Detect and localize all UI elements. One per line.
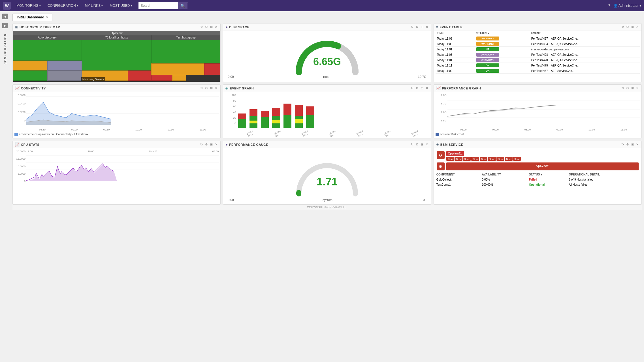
bsm-table-row[interactable]: GoldCollect... 0.00% Failed 8 of 9 Host(… bbox=[435, 177, 640, 182]
event-table-row[interactable]: Today 11:00 WARNING PerfTest4403 :: AEF-… bbox=[436, 41, 640, 47]
bsm-status: Failed bbox=[528, 177, 568, 182]
perf-gauge-gear-btn[interactable]: ⚙ bbox=[415, 142, 419, 147]
perf-gauge-close-btn[interactable]: ✕ bbox=[425, 142, 429, 147]
bsm-service-tag[interactable]: fs-... bbox=[488, 157, 496, 161]
perf-graph-close-btn[interactable]: ✕ bbox=[636, 86, 639, 90]
treemap-gear-btn[interactable] bbox=[204, 25, 208, 29]
event-graph-close-btn[interactable]: ✕ bbox=[425, 86, 429, 90]
bsm-link-btn[interactable]: ⊞ bbox=[631, 142, 634, 147]
connectivity-icon: 📈 bbox=[15, 86, 20, 90]
tab-initial-dashboard[interactable]: Initial Dashboard ✕ bbox=[12, 14, 52, 21]
event-gear-btn[interactable]: ⚙ bbox=[626, 25, 630, 29]
widget-header-treemap: ⊞ HOST GROUP TREE MAP bbox=[13, 23, 220, 31]
event-event: image-builder.os.opsview.com bbox=[530, 47, 640, 52]
perf-gauge-body: 1.71 0.00 system 100 bbox=[223, 148, 431, 204]
disk-close-btn[interactable]: ✕ bbox=[425, 25, 429, 29]
bsm-service-tag[interactable]: fs-... bbox=[463, 157, 471, 161]
eg-x1: 26 Nov05:... bbox=[246, 130, 255, 138]
bsm-gear-btn[interactable]: ⚙ bbox=[626, 142, 630, 147]
connectivity-refresh-btn[interactable]: ↻ bbox=[200, 86, 203, 90]
treemap-body: Opsview Auto-discovery 75 localhost host… bbox=[13, 31, 220, 82]
search-button[interactable]: 🔍 bbox=[178, 2, 187, 9]
event-table-row[interactable]: Today 11:09 OK PerfTest4467 :: AEF-Servi… bbox=[436, 68, 640, 74]
logo[interactable]: W bbox=[3, 2, 11, 10]
nav-my-links[interactable]: MY LINKS ▾ bbox=[82, 0, 106, 11]
bsm-service-tag[interactable]: fs-... bbox=[513, 157, 521, 161]
disk-gauge-svg: 6.65G bbox=[293, 35, 361, 75]
perf-graph-actions: ↻ ⚙ ⊞ ✕ bbox=[621, 86, 639, 90]
treemap-close-btn[interactable] bbox=[214, 25, 218, 29]
bsm-refresh-btn[interactable]: ↻ bbox=[621, 142, 624, 147]
sidebar-expand-btn[interactable]: ▶ bbox=[2, 23, 8, 28]
nav-most-used[interactable]: MOST USED ▾ bbox=[107, 0, 135, 11]
event-refresh-btn[interactable]: ↻ bbox=[621, 25, 624, 29]
event-table-row[interactable]: Today 11:05 UNKNOWN PerfTest4428 :: AEF-… bbox=[436, 52, 640, 57]
bsm-service-tag[interactable]: fs-... bbox=[471, 157, 479, 161]
bsm-service-tag[interactable]: fs-... bbox=[505, 157, 513, 161]
connectivity-gear-btn[interactable]: ⚙ bbox=[204, 86, 208, 90]
bsm-service-tag[interactable]: fs-... bbox=[480, 157, 488, 161]
nav-monitoring[interactable]: MONITORING ▾ bbox=[14, 0, 44, 11]
connectivity-close-btn[interactable]: ✕ bbox=[214, 86, 218, 90]
bsm-service-tag[interactable]: fs-... bbox=[455, 157, 462, 161]
event-graph-link-btn[interactable]: ⊞ bbox=[420, 86, 424, 90]
disk-refresh-btn[interactable]: ↻ bbox=[410, 25, 414, 29]
widget-bsm-service: ◈ BSM SERVICE ↻ ⚙ ⊞ ✕ ⚙ OpsviewT... fs bbox=[434, 141, 642, 205]
event-link-btn[interactable]: ⊞ bbox=[631, 25, 634, 29]
cpu-close-btn[interactable]: ✕ bbox=[214, 142, 218, 147]
bsm-status-sort[interactable] bbox=[541, 173, 542, 176]
bsm-close-btn[interactable]: ✕ bbox=[636, 142, 639, 147]
perf-graph-x-axis: 06:00 07:00 08:00 09:00 10:00 11:00 bbox=[436, 128, 640, 131]
bsm-gear-icon[interactable]: ⚙ bbox=[437, 151, 445, 159]
bsm-service-tag[interactable]: fs-... bbox=[496, 157, 504, 161]
perf-graph-link-btn[interactable]: ⊞ bbox=[631, 86, 634, 90]
treemap-refresh-btn[interactable] bbox=[200, 25, 203, 29]
event-graph-icon: ◈ bbox=[225, 86, 228, 90]
event-table-row[interactable]: Today 11:01 UP image-builder.os.opsview.… bbox=[436, 47, 640, 52]
user-menu[interactable]: 👤 Administrator ▾ bbox=[613, 4, 641, 8]
nav-configuration[interactable]: CONFIGURATION ▾ bbox=[45, 0, 81, 11]
tab-close-btn[interactable]: ✕ bbox=[46, 16, 48, 19]
disk-link-btn[interactable]: ⊞ bbox=[420, 25, 424, 29]
cpu-gear-btn[interactable]: ⚙ bbox=[204, 142, 208, 147]
tm-block-green-tall bbox=[82, 40, 151, 70]
perf-graph-gear-btn[interactable]: ⚙ bbox=[626, 86, 630, 90]
perf-gauge-link-btn[interactable]: ⊞ bbox=[420, 142, 424, 147]
perf-gauge-icon: ● bbox=[225, 142, 228, 147]
search-input[interactable] bbox=[138, 2, 178, 9]
event-event: PerfTest4470 :: AEF-QA-ServiceChe... bbox=[530, 57, 640, 63]
search-bar: 🔍 bbox=[138, 2, 187, 9]
svg-marker-31 bbox=[26, 164, 117, 181]
perf-gauge-refresh-btn[interactable]: ↻ bbox=[410, 142, 414, 147]
connectivity-link-btn[interactable]: ⊞ bbox=[210, 86, 213, 90]
bsm-opsview-tag[interactable]: OpsviewT... bbox=[446, 151, 464, 156]
treemap-link-btn[interactable] bbox=[210, 25, 213, 29]
event-graph-gear-btn[interactable]: ⚙ bbox=[415, 86, 419, 90]
bsm-service-tag[interactable]: fs-... bbox=[446, 157, 454, 161]
event-close-btn[interactable]: ✕ bbox=[636, 25, 639, 29]
sidebar-toggle-btn[interactable]: ◀ bbox=[2, 14, 8, 19]
bsm-opsview-gear-icon[interactable]: ⚙ bbox=[437, 162, 445, 170]
svg-rect-20 bbox=[295, 119, 303, 123]
bsm-component: TestComp1 bbox=[435, 182, 481, 187]
disk-gear-btn[interactable]: ⚙ bbox=[415, 25, 419, 29]
status-badge: UNKNOWN bbox=[476, 58, 499, 62]
tabs-bar: Initial Dashboard ✕ bbox=[12, 14, 642, 21]
disk-icon: ● bbox=[225, 25, 228, 29]
cpu-body: 20.0000 15.0000 10.0000 5.0000 0 bbox=[13, 148, 220, 191]
event-table-row[interactable]: Today 11:01 UNKNOWN PerfTest4470 :: AEF-… bbox=[436, 57, 640, 63]
status-sort-icon[interactable] bbox=[488, 32, 489, 35]
bsm-table-row[interactable]: TestComp1 100.00% Operational All Hosts … bbox=[435, 182, 640, 187]
tm-block-orange bbox=[13, 61, 47, 71]
event-graph-refresh-btn[interactable]: ↻ bbox=[410, 86, 414, 90]
tm-row3b bbox=[151, 75, 220, 81]
event-table-row[interactable]: Today 11:08 WARNING PerfTest4467 :: AEF-… bbox=[436, 36, 640, 41]
perf-graph-refresh-btn[interactable]: ↻ bbox=[621, 86, 624, 90]
tm-block-green-lg bbox=[13, 40, 82, 61]
cpu-link-btn[interactable]: ⊞ bbox=[210, 142, 213, 147]
cpu-refresh-btn[interactable]: ↻ bbox=[200, 142, 203, 147]
tm-block-gray bbox=[47, 61, 82, 71]
help-icon[interactable]: ? bbox=[608, 4, 610, 8]
bsm-opsview-label[interactable]: opsview bbox=[446, 162, 639, 170]
event-table-row[interactable]: Today 11:11 OK PerfTest4475 :: AEF-QA-Se… bbox=[436, 63, 640, 68]
